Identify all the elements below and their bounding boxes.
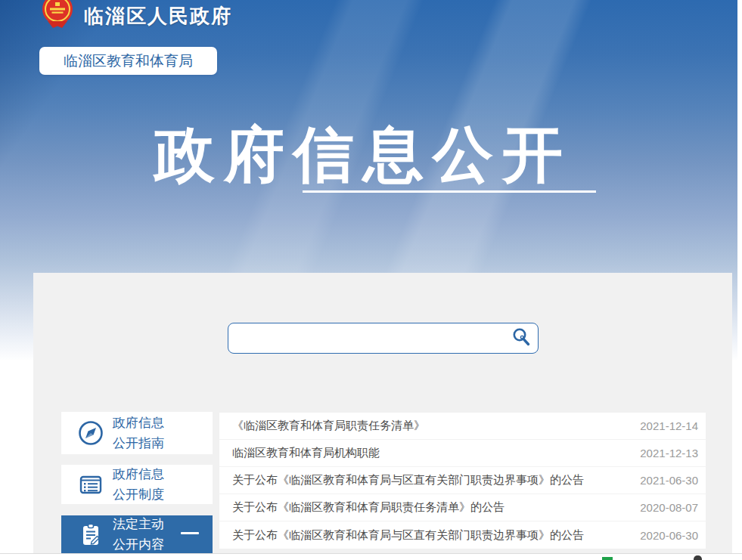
article-title[interactable]: 关于公布《临淄区教育和体育局与区直有关部门职责边界事项》的公告 <box>232 528 584 543</box>
clipboard-pen-icon <box>76 520 105 549</box>
article-date: 2020-06-30 <box>640 529 698 542</box>
article-row[interactable]: 《临淄区教育和体育局职责任务清单》 2021-12-14 <box>219 413 706 440</box>
article-date: 2021-12-14 <box>640 419 698 432</box>
article-row[interactable]: 关于公布《临淄区教育和体育局职责任务清单》的公告 2020-08-07 <box>219 494 706 521</box>
search-input[interactable] <box>228 323 504 353</box>
article-row[interactable]: 关于公布《临淄区教育和体育局与区直有关部门职责边界事项》的公告 2020-06-… <box>219 521 706 549</box>
article-row[interactable]: 关于公布《临淄区教育和体育局与区直有关部门职责边界事项》的公告 2021-06-… <box>219 467 706 494</box>
sidebar-item-content[interactable]: 法定主动 公开内容 <box>61 515 213 553</box>
green-indicator-partial <box>602 557 613 560</box>
site-brand[interactable]: 临淄区人民政府 <box>40 0 232 35</box>
rules-document-icon <box>76 470 105 499</box>
page: 临淄区人民政府 临淄区教育和体育局 政府信息公开 <box>0 0 742 560</box>
sidebar-item-guide[interactable]: 政府信息 公开指南 <box>61 412 213 454</box>
minus-icon[interactable] <box>181 532 199 534</box>
sidebar-item-rules[interactable]: 政府信息 公开制度 <box>61 465 213 504</box>
article-title[interactable]: 关于公布《临淄区教育和体育局与区直有关部门职责边界事项》的公告 <box>232 473 584 487</box>
bottom-divider <box>0 553 742 554</box>
article-date: 2021-12-13 <box>640 447 698 459</box>
sidebar-item-label: 政府信息 公开指南 <box>113 413 164 453</box>
article-date: 2020-08-07 <box>640 501 698 514</box>
article-date: 2021-06-30 <box>640 474 698 487</box>
sidebar-item-label: 法定主动 公开内容 <box>113 514 164 555</box>
article-title[interactable]: 《临淄区教育和体育局职责任务清单》 <box>232 419 425 433</box>
compass-icon <box>76 419 105 447</box>
article-row[interactable]: 临淄区教育和体育局机构职能 2021-12-13 <box>219 440 706 467</box>
article-list: 《临淄区教育和体育局职责任务清单》 2021-12-14 临淄区教育和体育局机构… <box>219 413 706 549</box>
sidebar-item-label: 政府信息 公开制度 <box>113 464 164 505</box>
gov-name: 临淄区人民政府 <box>84 3 232 29</box>
dept-tab-button[interactable]: 临淄区教育和体育局 <box>39 47 217 75</box>
page-title: 政府信息公开 <box>129 115 598 196</box>
article-title[interactable]: 关于公布《临淄区教育和体育局职责任务清单》的公告 <box>232 500 504 515</box>
search-button[interactable] <box>504 323 538 353</box>
national-emblem-icon <box>40 0 75 31</box>
search-icon <box>511 326 532 350</box>
partial-glyph <box>694 555 702 560</box>
article-title[interactable]: 临淄区教育和体育局机构职能 <box>232 446 380 460</box>
title-underline <box>303 190 596 193</box>
search-box <box>228 323 539 354</box>
